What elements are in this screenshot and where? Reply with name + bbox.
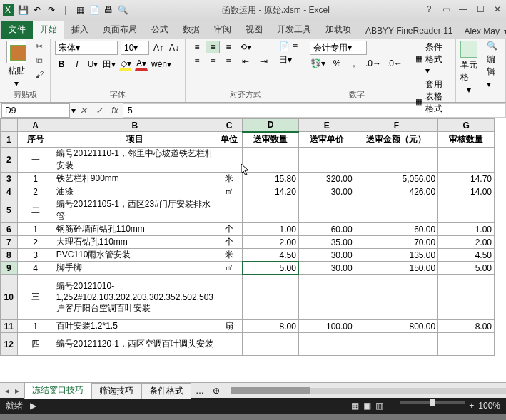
home-tab[interactable]: 开始	[33, 21, 64, 39]
chevron-down-icon[interactable]: ▾	[467, 85, 471, 95]
align-left-icon[interactable]: ≡	[190, 55, 204, 68]
align-center-icon[interactable]: ≡	[206, 55, 220, 68]
paste-button[interactable]: 粘贴▾	[4, 41, 29, 88]
[interactable]	[243, 333, 299, 356]
zoom-slider[interactable]	[400, 401, 465, 404]
data-tab[interactable]: 数据	[176, 21, 207, 39]
copy-icon[interactable]: ⧉	[33, 55, 46, 66]
find-icon[interactable]: 🔍	[487, 41, 501, 52]
worksheet-grid[interactable]: A B C D E F G 1 序号 项目 单位 送审数量 送审单价 送审金额（…	[0, 118, 495, 356]
[interactable]	[243, 275, 299, 320]
[interactable]: 8.00	[243, 320, 299, 333]
percent-icon[interactable]: %	[330, 57, 343, 70]
col-G[interactable]: G	[438, 119, 495, 132]
minimize-icon[interactable]: —	[457, 4, 469, 16]
cells-label[interactable]: 单元格	[460, 59, 477, 83]
underline-button[interactable]: U▾	[86, 58, 99, 71]
indent-inc-icon[interactable]: ⇥	[255, 55, 273, 68]
close-icon[interactable]: ✕	[492, 4, 503, 16]
merge-center-button[interactable]: 田▾	[276, 53, 300, 67]
cells-icon[interactable]	[460, 41, 477, 58]
bold-button[interactable]: B	[55, 58, 68, 71]
cancel-icon[interactable]: ✕	[76, 106, 91, 116]
new-icon[interactable]: ▦	[74, 4, 86, 16]
format-painter-icon[interactable]: 🖌	[33, 69, 46, 81]
row-2[interactable]: 2	[1, 148, 18, 173]
italic-button[interactable]: I	[71, 58, 84, 71]
sheet-add-icon[interactable]: ⊕	[208, 386, 224, 396]
col-C[interactable]: C	[216, 119, 243, 132]
enter-icon[interactable]: ✓	[91, 106, 107, 116]
sheet-tab-2[interactable]: 筛选技巧	[91, 383, 141, 399]
open-icon[interactable]: 📄	[88, 4, 100, 16]
orientation-icon[interactable]: ⟲▾	[237, 41, 254, 53]
comma-style-icon[interactable]: ,	[348, 57, 360, 70]
print-icon[interactable]: 🖶	[103, 4, 114, 16]
row-12[interactable]: 12	[1, 333, 18, 356]
abbyy-tab[interactable]: ABBYY FineReader 11	[358, 23, 460, 39]
align-bottom-icon[interactable]: ≡	[221, 41, 236, 53]
[interactable]	[243, 148, 299, 173]
[interactable]: 1.00	[243, 223, 299, 236]
insert-tab[interactable]: 插入	[64, 21, 96, 39]
increase-decimal-icon[interactable]: .0→	[365, 57, 382, 70]
phonetic-button[interactable]: wén▾	[151, 58, 172, 71]
macro-icon[interactable]: ▶	[30, 401, 36, 411]
pagebreak-view-icon[interactable]: ▥	[375, 401, 383, 411]
font-color-button[interactable]: A▾	[135, 58, 148, 71]
sheet-more-icon[interactable]: …	[191, 386, 208, 396]
accounting-format-icon[interactable]: 💱▾	[310, 57, 326, 70]
chevron-down-icon[interactable]: ▾	[14, 78, 19, 88]
[interactable]: 15.80	[243, 173, 299, 185]
col-E[interactable]: E	[298, 119, 355, 132]
col-B[interactable]: B	[54, 119, 216, 132]
row-8[interactable]: 8	[1, 249, 18, 262]
cut-icon[interactable]: ✂	[33, 41, 46, 52]
sheet-nav-first-icon[interactable]: ◂	[3, 386, 11, 396]
row-9[interactable]: 9	[1, 262, 18, 275]
dev-tab[interactable]: 开发工具	[270, 21, 318, 39]
editing-label[interactable]: 编辑	[487, 53, 501, 78]
[interactable]	[243, 198, 299, 223]
layout-tab[interactable]: 页面布局	[96, 21, 144, 39]
row-1[interactable]: 1	[1, 132, 18, 148]
user-name[interactable]: Alex May	[465, 26, 500, 36]
number-format-combo[interactable]: 会计专用 ▾	[310, 41, 367, 55]
normal-view-icon[interactable]: ▦	[351, 401, 359, 411]
indent-dec-icon[interactable]: ⇤	[237, 55, 254, 68]
conditional-format-button[interactable]: ▦ 条件格式 ▾	[413, 41, 451, 76]
preview-icon[interactable]: 🔍	[117, 4, 128, 16]
zoom-in-icon[interactable]: +	[469, 401, 474, 411]
sheet-tab-3[interactable]: 条件格式	[141, 383, 191, 399]
font-size-combo[interactable]: 10 ▾	[121, 41, 149, 55]
font-name-combo[interactable]: 宋体 ▾	[55, 41, 118, 55]
align-middle-icon[interactable]: ≡	[206, 41, 220, 53]
active-cell[interactable]: 5.00	[243, 262, 299, 275]
align-right-icon[interactable]: ≡	[221, 55, 236, 68]
col-A[interactable]: A	[17, 119, 54, 132]
fx-icon[interactable]: fx	[107, 106, 123, 116]
redo-icon[interactable]: ↷	[46, 4, 57, 16]
help-icon[interactable]: ?	[423, 4, 435, 16]
zoom-out-icon[interactable]: —	[388, 401, 396, 411]
col-D[interactable]: D	[243, 119, 299, 132]
sheet-tab-1[interactable]: 冻结窗口技巧	[24, 382, 91, 399]
zoom-level[interactable]: 100%	[478, 401, 500, 411]
pagelayout-view-icon[interactable]: ▣	[363, 401, 371, 411]
sheet-nav-last-icon[interactable]: ▸	[13, 386, 21, 396]
ribbon-options-icon[interactable]: ▭	[440, 4, 452, 16]
addins-tab[interactable]: 加载项	[318, 21, 358, 39]
[interactable]: 2.00	[243, 236, 299, 249]
select-all[interactable]	[1, 119, 18, 132]
wrap-text-button[interactable]: 📄≡	[276, 41, 300, 52]
row-6[interactable]: 6	[1, 223, 18, 236]
excel-icon[interactable]: X	[3, 4, 14, 16]
grow-font-icon[interactable]: A↑	[152, 41, 165, 54]
undo-icon[interactable]: ↶	[31, 4, 43, 16]
name-box[interactable]: D9	[1, 103, 70, 118]
[interactable]: 14.20	[243, 185, 299, 198]
[interactable]: 4.50	[243, 249, 299, 262]
row-10[interactable]: 10	[1, 275, 18, 320]
row-11[interactable]: 11	[1, 320, 18, 333]
chevron-down-icon[interactable]: ▾	[487, 79, 501, 89]
